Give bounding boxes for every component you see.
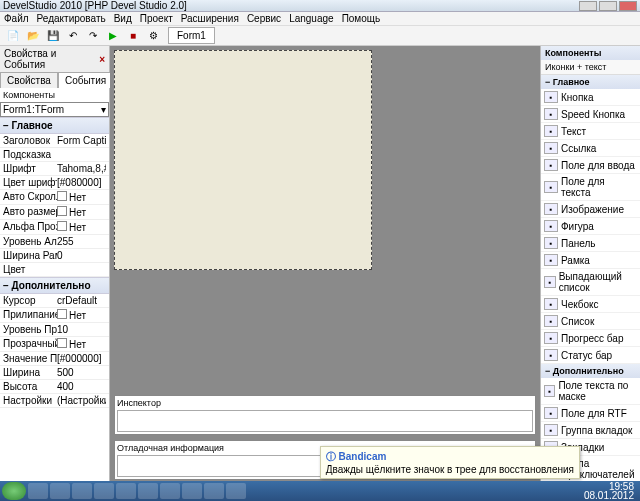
menu-файл[interactable]: Файл [4,13,29,24]
prop-row[interactable]: ШрифтTahoma,8,#080000 [0,162,109,176]
system-tray[interactable]: 19:58 08.01.2012 [584,482,638,500]
prop-row[interactable]: Ширина500 [0,366,109,380]
taskbar-app-1[interactable] [28,483,48,499]
prop-row[interactable]: Прилипание ...Нет [0,308,109,323]
prop-value[interactable]: 255 [57,236,106,247]
menu-вид[interactable]: Вид [114,13,132,24]
comp-group[interactable]: − Дополнительно [541,364,640,378]
view-mode[interactable]: Иконки + текст [541,60,640,75]
prop-value[interactable]: 400 [57,381,106,392]
prop-row[interactable]: Уровень Прил...10 [0,323,109,337]
tab-events[interactable]: События [58,72,113,88]
menu-помощь[interactable]: Помощь [342,13,381,24]
taskbar-app-7[interactable] [160,483,180,499]
prop-value[interactable]: Form Caption [57,135,106,146]
checkbox-icon[interactable] [57,221,67,231]
menu-сервис[interactable]: Сервис [247,13,281,24]
component-item[interactable]: ▪Текст [541,123,640,140]
component-item[interactable]: ▪Поле для ввода [541,157,640,174]
prop-value[interactable]: Нет [57,338,106,350]
prop-row[interactable]: Подсказка [0,148,109,162]
taskbar-app-9[interactable] [204,483,224,499]
prop-value[interactable]: Нет [57,309,106,321]
prop-row[interactable]: КурсорcrDefault [0,294,109,308]
open-icon[interactable]: 📂 [24,28,42,44]
maximize-button[interactable] [599,1,617,11]
prop-row[interactable]: ЗаголовокForm Caption [0,134,109,148]
checkbox-icon[interactable] [57,338,67,348]
prop-value[interactable]: 10 [57,324,106,335]
prop-row[interactable]: Высота400 [0,380,109,394]
prop-value[interactable]: Нет [57,191,106,203]
new-icon[interactable]: 📄 [4,28,22,44]
prop-value[interactable]: 500 [57,367,106,378]
prop-row[interactable]: Значение Про...[#000000] [0,352,109,366]
undo-icon[interactable]: ↶ [64,28,82,44]
prop-value[interactable]: Tahoma,8,#080000 [57,163,106,174]
menu-language[interactable]: Language [289,13,334,24]
checkbox-icon[interactable] [57,206,67,216]
component-item[interactable]: ▪Поле для текста [541,174,640,201]
comp-group[interactable]: − Главное [541,75,640,89]
inspector-text[interactable] [117,410,533,432]
component-item[interactable]: ▪Рамка [541,252,640,269]
component-item[interactable]: ▪Поле текста по маске [541,378,640,405]
prop-value[interactable]: crDefault [57,295,106,306]
taskbar[interactable]: 19:58 08.01.2012 [0,481,640,501]
prop-value[interactable]: [#080000] [57,177,106,188]
taskbar-app-10[interactable] [226,483,246,499]
prop-row[interactable]: Ширина Рамки0 [0,249,109,263]
form-canvas[interactable] [114,50,372,270]
save-icon[interactable]: 💾 [44,28,62,44]
menu-редактировать[interactable]: Редактировать [37,13,106,24]
component-item[interactable]: ▪Панель [541,235,640,252]
checkbox-icon[interactable] [57,309,67,319]
prop-row[interactable]: Прозрачный ...Нет [0,337,109,352]
taskbar-app-4[interactable] [94,483,114,499]
component-item[interactable]: ▪Группа вкладок [541,422,640,439]
prop-row[interactable]: Альфа Прозр...Нет [0,220,109,235]
stop-icon[interactable]: ■ [124,28,142,44]
component-item[interactable]: ▪Прогресс бар [541,330,640,347]
start-button[interactable] [2,482,26,500]
taskbar-app-3[interactable] [72,483,92,499]
prop-value[interactable]: Нет [57,221,106,233]
prop-value[interactable] [57,264,106,275]
checkbox-icon[interactable] [57,191,67,201]
component-list[interactable]: − Главное▪Кнопка▪Speed Кнопка▪Текст▪Ссыл… [541,75,640,481]
component-item[interactable]: ▪Ссылка [541,140,640,157]
prop-group[interactable]: − Главное [0,117,109,134]
taskbar-app-8[interactable] [182,483,202,499]
prop-row[interactable]: Уровень Аль...255 [0,235,109,249]
component-item[interactable]: ▪Поле для RTF [541,405,640,422]
component-item[interactable]: ▪Выпадающий список [541,269,640,296]
prop-value[interactable]: Нет [57,206,106,218]
prop-value[interactable] [57,149,106,160]
component-item[interactable]: ▪Speed Кнопка [541,106,640,123]
component-item[interactable]: ▪Кнопка [541,89,640,106]
component-item[interactable]: ▪Статус бар [541,347,640,364]
tab-properties[interactable]: Свойства [0,72,58,88]
prop-group[interactable]: − Дополнительно [0,277,109,294]
prop-row[interactable]: Настройки(Настройки) [0,394,109,408]
close-panel-icon[interactable]: × [99,54,105,65]
prop-row[interactable]: Цвет [0,263,109,277]
menu-проект[interactable]: Проект [140,13,173,24]
prop-value[interactable]: (Настройки) [57,395,106,406]
taskbar-app-2[interactable] [50,483,70,499]
debug-icon[interactable]: ⚙ [144,28,162,44]
property-grid[interactable]: − ГлавноеЗаголовокForm CaptionПодсказкаШ… [0,117,109,481]
redo-icon[interactable]: ↷ [84,28,102,44]
component-item[interactable]: ▪Изображение [541,201,640,218]
taskbar-app-6[interactable] [138,483,158,499]
minimize-button[interactable] [579,1,597,11]
prop-value[interactable]: 0 [57,250,106,261]
prop-row[interactable]: Авто СкроллингНет [0,190,109,205]
prop-value[interactable]: [#000000] [57,353,106,364]
run-icon[interactable]: ▶ [104,28,122,44]
taskbar-app-5[interactable] [116,483,136,499]
component-item[interactable]: ▪Список [541,313,640,330]
component-selector[interactable]: Form1:TForm ▾ [0,102,109,117]
prop-row[interactable]: Цвет шрифта[#080000] [0,176,109,190]
tab-form1[interactable]: Form1 [168,27,215,44]
